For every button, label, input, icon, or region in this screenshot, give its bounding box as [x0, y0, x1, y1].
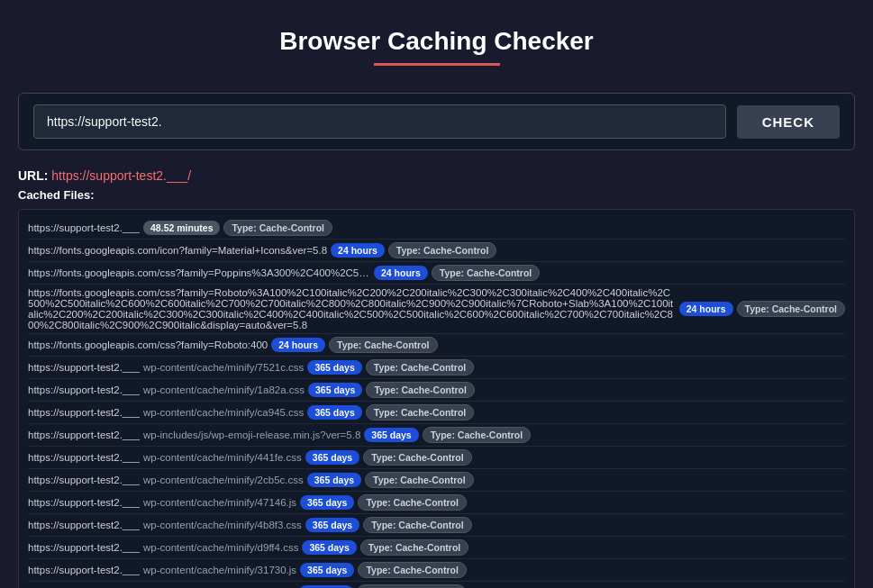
file-path: wp-content/cache/minify/1a82a.css — [143, 384, 305, 395]
results-container[interactable]: https://support-test2.___48.52 minutesTy… — [18, 209, 855, 588]
time-badge: 24 hours — [331, 243, 385, 258]
file-row: https://fonts.googleapis.com/css?family=… — [28, 334, 845, 357]
file-row: https://fonts.googleapis.com/css?family=… — [28, 285, 845, 334]
file-url: https://support-test2.___ — [28, 565, 140, 575]
type-badge: Type: Cache-Control — [357, 584, 465, 588]
file-row: https://support-test2.___wp-content/cach… — [28, 559, 845, 582]
time-badge: 24 hours — [374, 266, 428, 280]
page-title: Browser Caching Checker — [18, 27, 855, 56]
type-badge: Type: Cache-Control — [360, 539, 468, 556]
type-badge: Type: Cache-Control — [358, 494, 466, 511]
file-row: https://support-test2.___wp-content/cach… — [28, 357, 845, 379]
type-badge: Type: Cache-Control — [223, 220, 332, 236]
file-url: https://support-test2.___ — [28, 222, 140, 233]
file-url: https://fonts.googleapis.com/css?family=… — [28, 267, 370, 278]
file-row: https://support-test2.___wp-content/cach… — [28, 469, 845, 492]
file-url: https://support-test2.___ — [28, 475, 140, 485]
time-badge: 365 days — [305, 518, 359, 532]
check-button[interactable]: CHECK — [737, 105, 840, 139]
time-badge: 24 hours — [679, 302, 733, 316]
title-underline — [374, 63, 500, 66]
time-badge: 365 days — [308, 383, 362, 397]
type-badge: Type: Cache-Control — [737, 301, 845, 317]
file-path: wp-content/cache/minify/2cb5c.css — [143, 475, 304, 485]
time-badge: 365 days — [300, 563, 354, 577]
file-path: wp-content/cache/minify/d9ff4.css — [143, 542, 298, 553]
cached-files-label: Cached Files: — [18, 188, 855, 202]
time-badge: 365 days — [307, 473, 361, 487]
file-row: https://support-test2.___wp-content/cach… — [28, 537, 845, 559]
file-path: wp-content/cache/minify/47146.js — [143, 497, 296, 508]
file-path: wp-includes/js/wp-emoji-release.min.js?v… — [143, 430, 360, 440]
file-path: wp-content/cache/minify/7521c.css — [143, 362, 304, 373]
type-badge: Type: Cache-Control — [388, 242, 496, 258]
type-badge: Type: Cache-Control — [366, 382, 474, 398]
type-badge: Type: Cache-Control — [365, 472, 473, 488]
file-row: https://support-test2.___wp-content/cach… — [28, 492, 845, 514]
time-badge: 365 days — [305, 450, 359, 465]
file-url: https://support-test2.___ — [28, 542, 140, 553]
file-path: wp-content/cache/minify/ca945.css — [143, 407, 304, 418]
file-row: https://fonts.googleapis.com/icon?family… — [28, 240, 845, 262]
time-badge: 365 days — [364, 428, 418, 442]
type-badge: Type: Cache-Control — [363, 517, 471, 533]
file-row: https://support-test2.___48.52 minutesTy… — [28, 217, 845, 240]
type-badge: Type: Cache-Control — [366, 404, 474, 421]
file-path: wp-content/cache/minify/31730.js — [143, 565, 296, 575]
file-row: https://support-test2.___wp-content/cach… — [28, 447, 845, 469]
file-url: https://support-test2.___ — [28, 430, 140, 440]
time-badge: 365 days — [307, 360, 361, 375]
time-badge: 365 days — [300, 495, 354, 510]
type-badge: Type: Cache-Control — [363, 449, 471, 466]
url-link: https://support-test2.___/ — [51, 168, 191, 183]
url-label: URL: — [18, 168, 48, 183]
file-url: https://support-test2.___ — [28, 384, 140, 395]
search-box: CHECK — [18, 93, 855, 150]
file-url-long: https://fonts.googleapis.com/css?family=… — [28, 287, 676, 330]
type-badge: Type: Cache-Control — [366, 359, 474, 375]
file-path: wp-content/cache/minify/441fe.css — [143, 452, 302, 463]
file-row: https://support-test2.___wp-content/cach… — [28, 379, 845, 402]
type-badge: Type: Cache-Control — [423, 427, 531, 443]
file-url: https://support-test2.___ — [28, 497, 140, 508]
time-badge: 24 hours — [271, 338, 325, 352]
time-badge: 48.52 minutes — [143, 221, 220, 235]
file-url: https://support-test2.___ — [28, 520, 140, 530]
type-badge: Type: Cache-Control — [358, 562, 466, 578]
file-row: https://support-test2.___wp-content/cach… — [28, 402, 845, 424]
url-input[interactable] — [33, 104, 726, 139]
file-row: https://support-test2.___wp-content/cach… — [28, 514, 845, 537]
file-row: https://support-test2.___wp-content/cach… — [28, 582, 845, 588]
file-row: https://support-test2.___wp-includes/js/… — [28, 424, 845, 447]
time-badge: 365 days — [307, 405, 361, 420]
file-url: https://support-test2.___ — [28, 452, 140, 463]
type-badge: Type: Cache-Control — [432, 265, 540, 281]
file-url: https://support-test2.___ — [28, 362, 140, 373]
file-path: wp-content/cache/minify/4b8f3.css — [143, 520, 302, 530]
file-row: https://fonts.googleapis.com/css?family=… — [28, 262, 845, 285]
file-url: https://support-test2.___ — [28, 407, 140, 418]
file-url: https://fonts.googleapis.com/css?family=… — [28, 339, 268, 350]
type-badge: Type: Cache-Control — [329, 337, 437, 353]
file-url: https://fonts.googleapis.com/icon?family… — [28, 245, 327, 256]
time-badge: 365 days — [302, 540, 356, 555]
url-display: URL: https://support-test2.___/ — [18, 168, 855, 183]
